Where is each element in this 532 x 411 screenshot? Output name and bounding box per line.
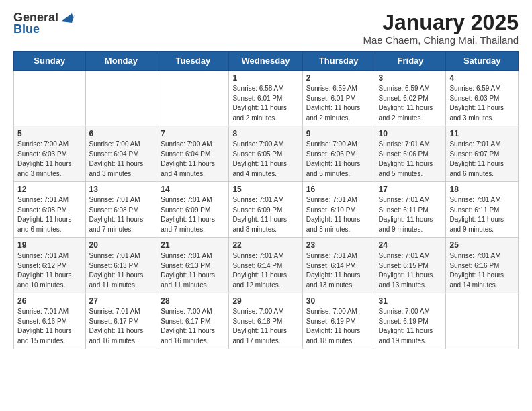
header: General Blue January 2025 Mae Chaem, Chi… xyxy=(13,11,519,46)
day-cell: 20Sunrise: 7:01 AMSunset: 6:13 PMDayligh… xyxy=(85,238,157,293)
day-number: 24 xyxy=(379,240,443,250)
day-info: Sunrise: 7:01 AMSunset: 6:07 PMDaylight:… xyxy=(449,140,515,179)
day-cell: 17Sunrise: 7:01 AMSunset: 6:11 PMDayligh… xyxy=(375,182,446,238)
day-number: 25 xyxy=(449,240,515,250)
day-number: 29 xyxy=(232,296,298,306)
day-info: Sunrise: 7:01 AMSunset: 6:11 PMDaylight:… xyxy=(379,195,443,234)
day-info: Sunrise: 7:01 AMSunset: 6:10 PMDaylight:… xyxy=(306,195,371,234)
logo: General Blue xyxy=(13,11,75,36)
week-row-2: 5Sunrise: 7:00 AMSunset: 6:03 PMDaylight… xyxy=(14,126,519,182)
day-number: 12 xyxy=(17,185,82,194)
day-info: Sunrise: 7:00 AMSunset: 6:06 PMDaylight:… xyxy=(306,140,371,179)
day-cell: 14Sunrise: 7:01 AMSunset: 6:09 PMDayligh… xyxy=(157,182,229,238)
day-info: Sunrise: 7:01 AMSunset: 6:08 PMDaylight:… xyxy=(89,195,154,234)
day-cell: 16Sunrise: 7:01 AMSunset: 6:10 PMDayligh… xyxy=(302,182,375,238)
day-cell: 10Sunrise: 7:01 AMSunset: 6:06 PMDayligh… xyxy=(375,126,446,182)
logo-icon xyxy=(60,12,75,23)
day-number: 26 xyxy=(17,296,82,306)
day-cell: 4Sunrise: 6:59 AMSunset: 6:03 PMDaylight… xyxy=(446,71,519,126)
day-cell: 30Sunrise: 7:00 AMSunset: 6:19 PMDayligh… xyxy=(302,293,375,349)
week-row-1: 1Sunrise: 6:58 AMSunset: 6:01 PMDaylight… xyxy=(14,71,519,126)
header-wednesday: Wednesday xyxy=(229,52,302,71)
day-number: 19 xyxy=(17,240,82,250)
day-cell: 7Sunrise: 7:00 AMSunset: 6:04 PMDaylight… xyxy=(157,126,229,182)
day-number: 14 xyxy=(161,185,225,194)
day-number: 1 xyxy=(232,73,298,83)
day-number: 22 xyxy=(232,240,298,250)
day-number: 11 xyxy=(449,129,515,138)
day-number: 2 xyxy=(306,73,371,83)
day-info: Sunrise: 7:01 AMSunset: 6:11 PMDaylight:… xyxy=(449,195,515,234)
day-cell: 2Sunrise: 6:59 AMSunset: 6:01 PMDaylight… xyxy=(302,71,375,126)
day-info: Sunrise: 7:01 AMSunset: 6:06 PMDaylight:… xyxy=(379,140,443,179)
day-cell: 26Sunrise: 7:01 AMSunset: 6:16 PMDayligh… xyxy=(14,293,86,349)
day-cell: 27Sunrise: 7:01 AMSunset: 6:17 PMDayligh… xyxy=(85,293,157,349)
week-row-5: 26Sunrise: 7:01 AMSunset: 6:16 PMDayligh… xyxy=(14,293,519,349)
day-info: Sunrise: 7:01 AMSunset: 6:14 PMDaylight:… xyxy=(306,251,371,290)
day-cell: 22Sunrise: 7:01 AMSunset: 6:14 PMDayligh… xyxy=(229,238,302,293)
day-info: Sunrise: 6:58 AMSunset: 6:01 PMDaylight:… xyxy=(232,84,298,123)
day-cell xyxy=(14,71,86,126)
day-cell: 11Sunrise: 7:01 AMSunset: 6:07 PMDayligh… xyxy=(446,126,519,182)
day-cell: 24Sunrise: 7:01 AMSunset: 6:15 PMDayligh… xyxy=(375,238,446,293)
day-cell: 25Sunrise: 7:01 AMSunset: 6:16 PMDayligh… xyxy=(446,238,519,293)
day-cell: 21Sunrise: 7:01 AMSunset: 6:13 PMDayligh… xyxy=(157,238,229,293)
day-info: Sunrise: 7:01 AMSunset: 6:09 PMDaylight:… xyxy=(232,195,298,234)
logo-blue: Blue xyxy=(13,22,40,36)
header-monday: Monday xyxy=(85,52,157,71)
day-info: Sunrise: 6:59 AMSunset: 6:01 PMDaylight:… xyxy=(306,84,371,123)
day-cell: 13Sunrise: 7:01 AMSunset: 6:08 PMDayligh… xyxy=(85,182,157,238)
day-info: Sunrise: 7:01 AMSunset: 6:15 PMDaylight:… xyxy=(379,251,443,290)
day-number: 16 xyxy=(306,185,371,194)
day-number: 9 xyxy=(306,129,371,138)
calendar-header-row: SundayMondayTuesdayWednesdayThursdayFrid… xyxy=(14,52,519,71)
day-cell: 9Sunrise: 7:00 AMSunset: 6:06 PMDaylight… xyxy=(302,126,375,182)
page: General Blue January 2025 Mae Chaem, Chi… xyxy=(0,0,532,360)
day-cell: 5Sunrise: 7:00 AMSunset: 6:03 PMDaylight… xyxy=(14,126,86,182)
day-number: 17 xyxy=(379,185,443,194)
day-cell: 1Sunrise: 6:58 AMSunset: 6:01 PMDaylight… xyxy=(229,71,302,126)
day-cell xyxy=(157,71,229,126)
day-cell: 31Sunrise: 7:00 AMSunset: 6:19 PMDayligh… xyxy=(375,293,446,349)
calendar-body: 1Sunrise: 6:58 AMSunset: 6:01 PMDaylight… xyxy=(14,71,519,349)
day-cell: 29Sunrise: 7:00 AMSunset: 6:18 PMDayligh… xyxy=(229,293,302,349)
day-info: Sunrise: 7:00 AMSunset: 6:19 PMDaylight:… xyxy=(306,307,371,346)
day-number: 18 xyxy=(449,185,515,194)
day-info: Sunrise: 6:59 AMSunset: 6:02 PMDaylight:… xyxy=(379,84,443,123)
day-cell: 23Sunrise: 7:01 AMSunset: 6:14 PMDayligh… xyxy=(302,238,375,293)
day-number: 4 xyxy=(449,73,515,83)
header-friday: Friday xyxy=(375,52,446,71)
day-info: Sunrise: 7:01 AMSunset: 6:14 PMDaylight:… xyxy=(232,251,298,290)
day-cell: 15Sunrise: 7:01 AMSunset: 6:09 PMDayligh… xyxy=(229,182,302,238)
day-number: 10 xyxy=(379,129,443,138)
day-cell xyxy=(85,71,157,126)
day-info: Sunrise: 7:00 AMSunset: 6:04 PMDaylight:… xyxy=(89,140,154,179)
day-number: 31 xyxy=(379,296,443,306)
day-info: Sunrise: 7:00 AMSunset: 6:05 PMDaylight:… xyxy=(232,140,298,179)
day-number: 27 xyxy=(89,296,154,306)
day-info: Sunrise: 7:00 AMSunset: 6:17 PMDaylight:… xyxy=(161,307,225,346)
calendar-subtitle: Mae Chaem, Chiang Mai, Thailand xyxy=(363,34,519,46)
day-number: 7 xyxy=(161,129,225,138)
day-info: Sunrise: 7:00 AMSunset: 6:19 PMDaylight:… xyxy=(379,307,443,346)
day-cell: 28Sunrise: 7:00 AMSunset: 6:17 PMDayligh… xyxy=(157,293,229,349)
day-info: Sunrise: 7:01 AMSunset: 6:16 PMDaylight:… xyxy=(449,251,515,290)
calendar-title: January 2025 xyxy=(363,11,519,34)
header-sunday: Sunday xyxy=(14,52,86,71)
day-info: Sunrise: 7:01 AMSunset: 6:12 PMDaylight:… xyxy=(17,251,82,290)
day-info: Sunrise: 7:01 AMSunset: 6:13 PMDaylight:… xyxy=(161,251,225,290)
svg-marker-0 xyxy=(61,13,75,23)
day-cell: 8Sunrise: 7:00 AMSunset: 6:05 PMDaylight… xyxy=(229,126,302,182)
day-info: Sunrise: 7:00 AMSunset: 6:18 PMDaylight:… xyxy=(232,307,298,346)
calendar-header: SundayMondayTuesdayWednesdayThursdayFrid… xyxy=(14,52,519,71)
day-number: 23 xyxy=(306,240,371,250)
day-info: Sunrise: 6:59 AMSunset: 6:03 PMDaylight:… xyxy=(449,84,515,123)
day-cell: 6Sunrise: 7:00 AMSunset: 6:04 PMDaylight… xyxy=(85,126,157,182)
day-info: Sunrise: 7:01 AMSunset: 6:08 PMDaylight:… xyxy=(17,195,82,234)
header-tuesday: Tuesday xyxy=(157,52,229,71)
day-info: Sunrise: 7:01 AMSunset: 6:09 PMDaylight:… xyxy=(161,195,225,234)
day-number: 6 xyxy=(89,129,154,138)
day-cell: 3Sunrise: 6:59 AMSunset: 6:02 PMDaylight… xyxy=(375,71,446,126)
day-number: 5 xyxy=(17,129,82,138)
week-row-3: 12Sunrise: 7:01 AMSunset: 6:08 PMDayligh… xyxy=(14,182,519,238)
